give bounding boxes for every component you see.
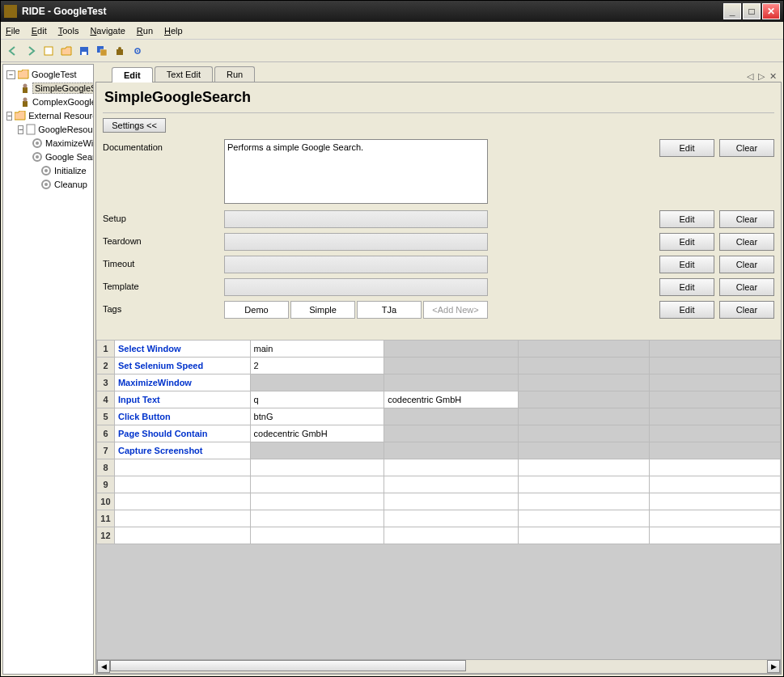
keyword-cell[interactable]: Page Should Contain	[114, 425, 250, 442]
arg-cell[interactable]	[384, 493, 519, 510]
tab-textedit[interactable]: Text Edit	[155, 66, 213, 82]
keyword-cell[interactable]	[114, 459, 250, 476]
arg-cell[interactable]	[518, 442, 649, 459]
arg-cell[interactable]	[384, 358, 519, 374]
arg-cell[interactable]: codecentric GmbH	[384, 391, 519, 408]
documentation-clear-button[interactable]: Clear	[719, 139, 774, 157]
arg-cell[interactable]	[384, 459, 519, 476]
arg-cell[interactable]	[518, 425, 649, 442]
teardown-field[interactable]	[224, 233, 488, 251]
table-row[interactable]: 8	[97, 459, 781, 476]
arg-cell[interactable]: codecentric GmbH	[250, 425, 384, 442]
timeout-clear-button[interactable]: Clear	[719, 256, 774, 273]
tag-item[interactable]: TJa	[357, 301, 422, 319]
arg-cell[interactable]	[384, 341, 519, 358]
tab-next-icon[interactable]: ▷	[758, 71, 765, 82]
menu-tools[interactable]: Tools	[58, 26, 79, 36]
tab-close-icon[interactable]: ✕	[769, 71, 777, 82]
table-row[interactable]: 3MaximizeWindow	[97, 374, 781, 391]
arg-cell[interactable]	[250, 493, 384, 510]
table-row[interactable]: 4Input Textqcodecentric GmbH	[97, 391, 781, 408]
scroll-track[interactable]	[110, 660, 767, 673]
setup-clear-button[interactable]: Clear	[719, 210, 774, 228]
robot-icon[interactable]	[112, 44, 127, 58]
keyword-cell[interactable]: Select Window	[114, 341, 250, 358]
table-row[interactable]: 1Select Windowmain	[97, 341, 781, 358]
table-row[interactable]: 12	[97, 527, 781, 544]
arg-cell[interactable]	[518, 476, 649, 493]
arg-cell[interactable]	[384, 425, 519, 442]
arg-cell[interactable]	[649, 391, 780, 408]
tree-panel[interactable]: − GoogleTest SimpleGoogleSearch ComplexG…	[2, 64, 94, 675]
arg-cell[interactable]	[518, 341, 649, 358]
arg-cell[interactable]	[649, 408, 780, 425]
arg-cell[interactable]	[250, 442, 384, 459]
record-icon[interactable]	[130, 44, 145, 58]
tree-testcase-simplegooglesearch[interactable]: SimpleGoogleSearch	[6, 82, 90, 95]
row-number[interactable]: 11	[97, 510, 115, 527]
arg-cell[interactable]	[250, 374, 384, 391]
row-number[interactable]: 6	[97, 425, 115, 442]
scroll-right-icon[interactable]: ▶	[767, 660, 780, 673]
arg-cell[interactable]	[250, 459, 384, 476]
tags-edit-button[interactable]: Edit	[659, 301, 714, 319]
arg-cell[interactable]	[649, 442, 780, 459]
collapse-icon[interactable]: −	[18, 125, 23, 134]
row-number[interactable]: 9	[97, 476, 115, 493]
tree-testcase-complexgooglesearch[interactable]: ComplexGoogleSearch	[6, 95, 90, 108]
row-number[interactable]: 5	[97, 408, 115, 425]
tree-external-resources[interactable]: − External Resources	[6, 109, 90, 122]
keyword-cell[interactable]: Input Text	[114, 391, 250, 408]
row-number[interactable]: 8	[97, 459, 115, 476]
new-icon[interactable]	[41, 44, 56, 58]
tree-suite-googletest[interactable]: − GoogleTest	[6, 68, 90, 81]
maximize-button[interactable]: □	[743, 3, 761, 19]
back-icon[interactable]	[6, 44, 20, 58]
row-number[interactable]: 4	[97, 391, 115, 408]
keyword-cell[interactable]	[114, 476, 250, 493]
keyword-cell[interactable]: Set Selenium Speed	[114, 358, 250, 374]
arg-cell[interactable]	[518, 510, 649, 527]
arg-cell[interactable]	[649, 374, 780, 391]
menu-file[interactable]: File	[6, 26, 20, 36]
tag-add-new[interactable]: <Add New>	[423, 301, 488, 319]
saveall-icon[interactable]	[95, 44, 109, 58]
arg-cell[interactable]	[649, 527, 780, 544]
tree-keyword-cleanup[interactable]: Cleanup	[6, 178, 90, 191]
arg-cell[interactable]	[384, 374, 519, 391]
collapse-icon[interactable]: −	[6, 112, 12, 121]
documentation-edit-button[interactable]: Edit	[659, 139, 714, 157]
arg-cell[interactable]	[250, 510, 384, 527]
setup-field[interactable]	[224, 210, 488, 228]
arg-cell[interactable]	[649, 358, 780, 374]
keyword-cell[interactable]: Capture Screenshot	[114, 442, 250, 459]
arg-cell[interactable]	[518, 493, 649, 510]
tab-prev-icon[interactable]: ◁	[747, 71, 753, 82]
menu-run[interactable]: Run	[137, 26, 153, 36]
tab-edit[interactable]: Edit	[112, 67, 153, 83]
close-button[interactable]: ✕	[762, 3, 780, 19]
forward-icon[interactable]	[23, 44, 38, 58]
arg-cell[interactable]	[384, 510, 519, 527]
arg-cell[interactable]	[518, 408, 649, 425]
table-row[interactable]: 6Page Should Containcodecentric GmbH	[97, 425, 781, 442]
row-number[interactable]: 10	[97, 493, 115, 510]
table-row[interactable]: 2Set Selenium Speed2	[97, 358, 781, 374]
open-icon[interactable]	[59, 44, 74, 58]
setup-edit-button[interactable]: Edit	[659, 210, 714, 228]
keyword-cell[interactable]	[114, 527, 250, 544]
settings-toggle-button[interactable]: Settings <<	[103, 118, 166, 133]
save-icon[interactable]	[77, 44, 91, 58]
arg-cell[interactable]	[384, 408, 519, 425]
tag-item[interactable]: Demo	[224, 301, 289, 319]
arg-cell[interactable]	[384, 476, 519, 493]
row-number[interactable]: 7	[97, 442, 115, 459]
table-row[interactable]: 5Click ButtonbtnG	[97, 408, 781, 425]
tag-item[interactable]: Simple	[290, 301, 355, 319]
keyword-cell[interactable]: Click Button	[114, 408, 250, 425]
arg-cell[interactable]	[649, 341, 780, 358]
arg-cell[interactable]: main	[250, 341, 384, 358]
arg-cell[interactable]	[649, 476, 780, 493]
arg-cell[interactable]: q	[250, 391, 384, 408]
tags-clear-button[interactable]: Clear	[719, 301, 774, 319]
